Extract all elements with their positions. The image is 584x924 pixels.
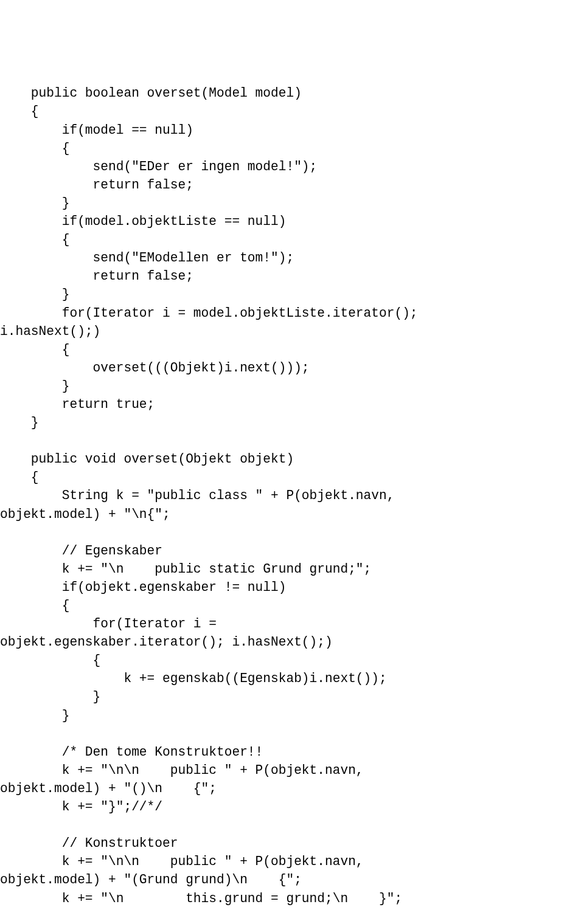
source-code-block: public boolean overset(Model model) { if… [0, 84, 584, 924]
